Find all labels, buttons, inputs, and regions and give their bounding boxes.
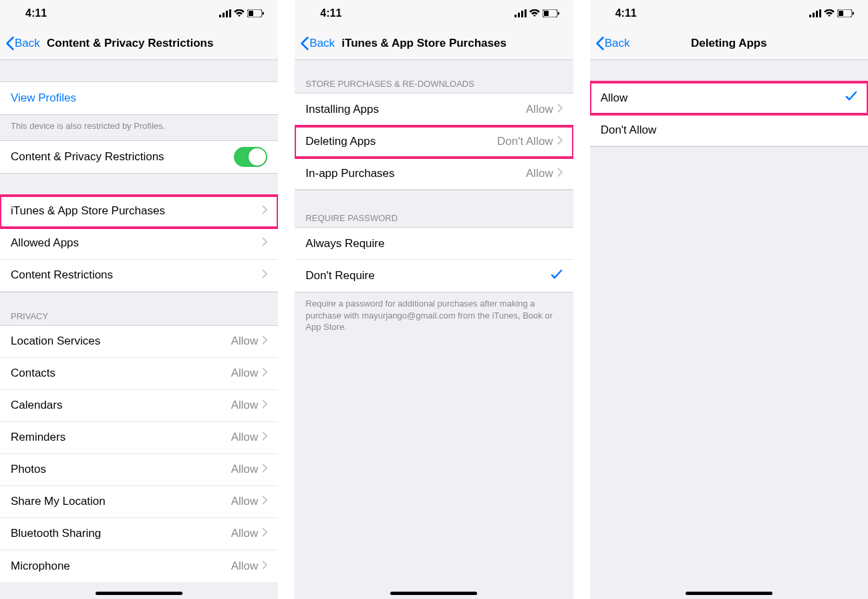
bluetooth-sharing-row[interactable]: Bluetooth SharingAllow [0,518,278,550]
cellular-signal-icon [809,9,821,17]
wifi-icon [529,9,540,17]
back-button[interactable]: Back [0,36,40,51]
profiles-list: View Profiles [0,81,278,115]
nav-bar: Back iTunes & App Store Purchases [295,27,573,60]
nav-bar: Back Content & Privacy Restrictions [0,27,278,60]
cellular-signal-icon [515,9,527,17]
chevron-right-icon [557,135,563,148]
svg-rect-14 [809,15,811,17]
store-header: Store Purchases & Re-downloads [295,60,573,93]
content-area: Store Purchases & Re-downloads Installin… [295,60,573,599]
toggle-list: Content & Privacy Restrictions [0,140,278,174]
require-footer: Require a password for additional purcha… [295,292,573,341]
main-list: iTunes & App Store Purchases Allowed App… [0,195,278,292]
status-icons [809,9,855,17]
svg-rect-13 [558,12,559,15]
status-time: 4:11 [13,7,47,19]
calendars-row[interactable]: CalendarsAllow [0,390,278,422]
chevron-right-icon [262,236,267,250]
svg-rect-5 [249,11,253,16]
chevron-right-icon [262,367,267,380]
chevron-right-icon [262,463,267,476]
back-button[interactable]: Back [590,36,630,51]
reminders-row[interactable]: RemindersAllow [0,422,278,454]
microphone-row[interactable]: MicrophoneAllow [0,550,278,582]
dont-allow-row[interactable]: Don't Allow [590,114,868,146]
svg-rect-16 [816,11,818,17]
checkmark-icon [551,269,563,283]
chevron-right-icon [262,495,267,508]
chevron-left-icon [595,36,605,51]
svg-rect-7 [515,15,517,17]
status-icons [515,9,560,17]
restrictions-toggle-row[interactable]: Content & Privacy Restrictions [0,141,278,173]
row-label: Content Restrictions [11,268,262,282]
installing-apps-row[interactable]: Installing AppsAllow [295,93,573,126]
profiles-note: This device is also restricted by Profil… [0,115,278,140]
svg-rect-2 [226,11,228,17]
svg-rect-15 [813,13,815,17]
nav-bar: Back Deleting Apps [590,27,868,60]
wifi-icon [824,9,835,17]
content-restrictions-row[interactable]: Content Restrictions [0,260,278,292]
contacts-row[interactable]: ContactsAllow [0,358,278,390]
back-label: Back [309,37,335,50]
battery-icon [837,9,855,17]
svg-rect-20 [853,12,854,15]
status-time: 4:11 [603,7,637,19]
privacy-header: Privacy [0,292,278,325]
chevron-right-icon [262,431,267,444]
chevron-right-icon [262,560,267,573]
chevron-right-icon [557,167,563,180]
checkmark-icon [845,91,857,105]
dont-require-row[interactable]: Don't Require [295,260,573,292]
options-list: Allow Don't Allow [590,81,868,147]
wifi-icon [234,9,245,17]
itunes-appstore-row[interactable]: iTunes & App Store Purchases [0,196,278,228]
content-area: Allow Don't Allow [590,60,868,599]
home-indicator[interactable] [96,592,182,595]
view-profiles-label: View Profiles [11,91,267,105]
status-bar: 4:11 [295,0,573,27]
screen-itunes-appstore: 4:11 Back iTunes & App Store Purchases S… [295,0,573,599]
battery-icon [543,9,560,17]
nav-title: Deleting Apps [590,37,868,50]
chevron-right-icon [262,399,267,412]
status-bar: 4:11 [590,0,868,27]
svg-rect-3 [229,9,231,17]
back-label: Back [605,37,630,50]
chevron-right-icon [557,103,563,116]
svg-rect-1 [223,13,225,17]
allowed-apps-row[interactable]: Allowed Apps [0,228,278,260]
deleting-apps-row[interactable]: Deleting AppsDon't Allow [295,126,573,158]
cellular-signal-icon [219,9,231,17]
svg-rect-10 [525,9,527,17]
back-button[interactable]: Back [295,36,335,51]
row-label: iTunes & App Store Purchases [11,204,262,218]
screen-content-privacy: 4:11 Back Content & Privacy Restrictions… [0,0,278,599]
svg-rect-0 [219,15,221,17]
restrictions-toggle-label: Content & Privacy Restrictions [11,150,234,164]
screen-deleting-apps: 4:11 Back Deleting Apps Allow Don't Allo… [590,0,868,599]
photos-row[interactable]: PhotosAllow [0,454,278,486]
toggle-switch-icon[interactable] [234,147,267,167]
view-profiles-row[interactable]: View Profiles [0,82,278,114]
chevron-left-icon [300,36,309,51]
require-list: Always Require Don't Require [295,227,573,292]
inapp-purchases-row[interactable]: In-app PurchasesAllow [295,158,573,190]
chevron-right-icon [262,268,267,282]
home-indicator[interactable] [390,592,477,595]
chevron-left-icon [5,36,15,51]
always-require-row[interactable]: Always Require [295,228,573,260]
svg-rect-8 [518,13,520,17]
svg-rect-19 [839,11,843,16]
svg-rect-9 [521,11,523,17]
share-location-row[interactable]: Share My LocationAllow [0,486,278,518]
battery-icon [247,9,265,17]
content-area: View Profiles This device is also restri… [0,60,278,599]
svg-rect-6 [263,12,264,15]
store-list: Installing AppsAllow Deleting AppsDon't … [295,93,573,190]
allow-row[interactable]: Allow [590,82,868,114]
location-services-row[interactable]: Location ServicesAllow [0,326,278,358]
home-indicator[interactable] [686,592,772,595]
